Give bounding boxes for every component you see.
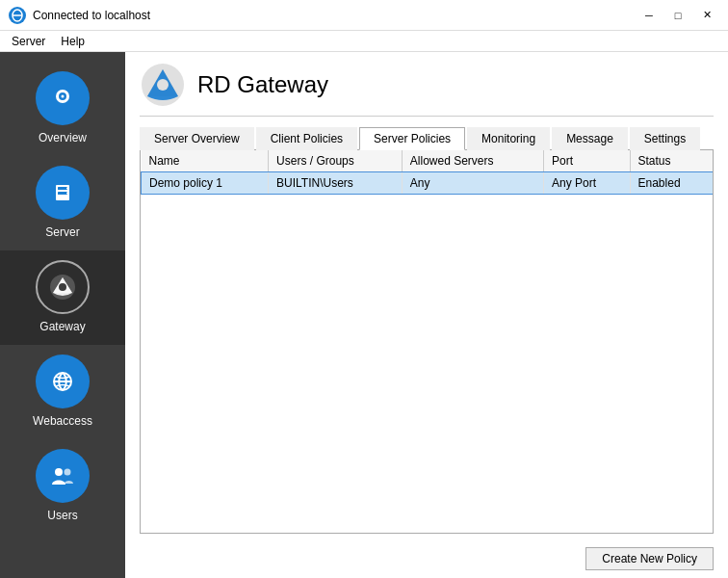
server-label: Server [45,225,79,239]
svg-point-9 [66,193,68,195]
gateway-header-icon [140,62,186,108]
webaccess-label: Webaccess [33,414,92,428]
tab-monitoring[interactable]: Monitoring [467,127,550,150]
svg-point-17 [157,79,169,91]
svg-point-4 [62,95,65,98]
table-header-row: Name Users / Groups Allowed Servers Port… [142,150,714,172]
tab-message[interactable]: Message [552,127,628,150]
create-new-policy-button[interactable]: Create New Policy [585,547,714,570]
menu-help[interactable]: Help [53,33,92,50]
maximize-button[interactable]: □ [664,5,691,26]
window-controls: ─ □ ✕ [636,5,720,26]
bottom-bar: Create New Policy [140,541,714,578]
sidebar: Overview Server [0,52,125,578]
col-port: Port [544,150,630,172]
app-icon [8,6,27,25]
tab-client-policies[interactable]: Client Policies [256,127,357,150]
sidebar-item-webaccess[interactable]: Webaccess [0,345,125,439]
svg-rect-6 [58,187,67,190]
page-title: RD Gateway [197,71,328,98]
svg-point-8 [66,188,68,190]
close-button[interactable]: ✕ [693,5,720,26]
tab-bar: Server Overview Client Policies Server P… [140,126,714,150]
content-header: RD Gateway [140,62,714,117]
svg-point-11 [59,283,66,291]
titlebar: Connected to localhost ─ □ ✕ [0,0,728,31]
overview-icon [36,71,90,125]
cell-allowed-servers: Any [402,172,543,195]
cell-users-groups: BUILTIN\Users [269,172,403,195]
sidebar-item-gateway[interactable]: Gateway [0,250,125,345]
policy-table-area: Name Users / Groups Allowed Servers Port… [140,150,714,534]
server-icon [36,166,90,220]
tab-settings[interactable]: Settings [630,127,700,150]
sidebar-item-users[interactable]: Users [0,439,125,534]
sidebar-item-server[interactable]: Server [0,156,125,250]
sidebar-item-overview[interactable]: Overview [0,62,125,156]
gateway-icon [36,260,90,314]
users-icon [36,449,90,503]
users-label: Users [47,509,77,522]
tab-server-policies[interactable]: Server Policies [359,127,465,150]
tab-server-overview[interactable]: Server Overview [140,127,254,150]
cell-status: Enabled [630,172,713,195]
main-layout: Overview Server [0,52,728,578]
menubar: Server Help [0,31,728,52]
table-row[interactable]: Demo policy 1 BUILTIN\Users Any Any Port… [142,172,714,195]
svg-point-14 [55,468,63,476]
titlebar-title: Connected to localhost [33,9,636,22]
col-status: Status [630,150,713,172]
overview-label: Overview [39,131,87,144]
cell-name: Demo policy 1 [142,172,269,195]
webaccess-icon [36,355,90,408]
col-name: Name [142,150,269,172]
content-area: RD Gateway Server Overview Client Polici… [125,52,728,578]
cell-port: Any Port [544,172,630,195]
minimize-button[interactable]: ─ [636,5,663,26]
policy-table: Name Users / Groups Allowed Servers Port… [141,150,713,194]
col-allowed-servers: Allowed Servers [402,150,543,172]
svg-point-15 [65,469,71,476]
col-users-groups: Users / Groups [269,150,403,172]
svg-rect-7 [58,192,67,195]
gateway-label: Gateway [39,320,85,333]
menu-server[interactable]: Server [4,33,53,50]
